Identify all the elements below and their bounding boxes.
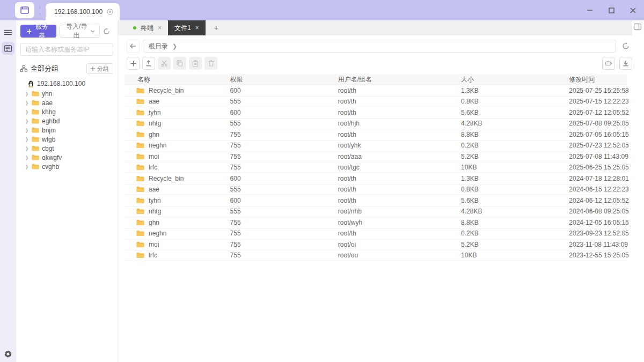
tree-folder-label: okwgfv	[42, 154, 62, 161]
chevron-right-icon[interactable]: ❯	[25, 109, 29, 115]
table-row[interactable]: tyhn 600 root/th 5.6KB 2025-07-12 12:05:…	[125, 107, 627, 119]
table-row[interactable]: lrfc 755 root/ou 10KB 2023-12-55 15:25:0…	[125, 250, 627, 262]
file-table-header: 名称 权限 用户名/组名 大小 修改时间	[125, 74, 627, 85]
folder-icon	[136, 186, 144, 193]
upload-button[interactable]	[142, 57, 155, 70]
new-tab-button[interactable]: +	[206, 20, 227, 35]
import-export-button[interactable]: 导入/导出	[60, 25, 100, 38]
close-icon[interactable]	[629, 6, 636, 14]
folder-icon	[136, 87, 144, 94]
tree-folder-item[interactable]: ❯ cvghb	[20, 162, 118, 171]
tree-folder-item[interactable]: ❯ aae	[20, 98, 118, 107]
transfer-list-button[interactable]	[602, 57, 615, 70]
file-mtime: 2025-07-12 12:05:52	[569, 109, 627, 116]
file-size: 1.3KB	[461, 175, 569, 182]
minimize-icon[interactable]	[586, 6, 594, 14]
maximize-icon[interactable]	[608, 6, 615, 14]
chevron-right-icon[interactable]: ❯	[25, 164, 29, 169]
table-row[interactable]: neghn 755 root/yhk 0.2KB 2025-07-23 12:5…	[125, 141, 627, 152]
chevron-right-icon[interactable]: ❯	[25, 137, 29, 142]
tab-file[interactable]: 文件1 ×	[168, 20, 206, 35]
table-row[interactable]: moi 755 root/aaa 5.2KB 2025-07-08 11:43:…	[125, 151, 627, 162]
file-size: 5.6KB	[461, 197, 569, 204]
session-list-icon[interactable]	[2, 26, 14, 39]
session-tab-close-icon[interactable]	[107, 9, 113, 15]
add-server-button[interactable]: 服务器	[20, 25, 56, 38]
tab-terminal[interactable]: 终端 ×	[127, 20, 168, 35]
settings-gear-icon[interactable]	[0, 350, 16, 358]
tab-close-icon[interactable]: ×	[195, 24, 199, 32]
tree-folder-item[interactable]: ❯ cbgt	[20, 144, 118, 153]
table-row[interactable]: lrfc 755 root/tgc 10KB 2025-06-25 15:25:…	[125, 162, 627, 174]
table-row[interactable]: moi 755 root/oi 5.2KB 2023-11-08 11:43:0…	[125, 239, 627, 250]
file-owner: root/th	[338, 186, 461, 193]
main-panel: 终端 × 文件1 × + 根目录 ❯	[118, 20, 644, 362]
table-row[interactable]: neghn 755 root/th 0.2KB 2023-09-23 12:52…	[125, 228, 627, 240]
folder-icon	[32, 127, 39, 133]
col-header-user[interactable]: 用户名/组名	[338, 75, 461, 84]
add-group-button[interactable]: 分组	[86, 63, 113, 74]
folder-icon	[32, 164, 39, 169]
file-owner: root/oi	[338, 241, 461, 248]
tree-folder-item[interactable]: ❯ yhn	[20, 89, 118, 98]
col-header-size[interactable]: 大小	[461, 75, 569, 84]
col-header-name[interactable]: 名称	[125, 75, 230, 84]
tree-folder-item[interactable]: ❯ bnjm	[20, 125, 118, 135]
path-bar: 根目录 ❯	[127, 40, 632, 53]
file-permission: 755	[230, 241, 338, 248]
file-owner: root/aaa	[338, 153, 461, 160]
chevron-right-icon[interactable]: ❯	[25, 128, 29, 133]
file-owner: root/wyh	[338, 219, 461, 226]
file-size: 5.6KB	[461, 109, 569, 116]
col-header-time[interactable]: 修改时间	[569, 75, 627, 84]
file-name: moi	[149, 241, 159, 248]
folder-icon	[32, 109, 39, 115]
table-row[interactable]: ghn 755 root/th 8.8KB 2025-07-05 16:05:1…	[125, 129, 627, 141]
file-name: nhtg	[149, 120, 161, 127]
table-row[interactable]: aae 555 root/th 0.8KB 2024-06-15 12:22:2…	[125, 184, 627, 196]
tab-close-icon[interactable]: ×	[158, 24, 162, 32]
download-button[interactable]	[619, 57, 632, 70]
table-row[interactable]: nhtg 555 root/hjh 4.28KB 2025-07-08 09:2…	[125, 119, 627, 130]
groups-label: 全部分组	[31, 64, 58, 73]
tree-folder-label: cbgt	[42, 145, 54, 152]
breadcrumb-root[interactable]: 根目录	[149, 42, 168, 51]
breadcrumb[interactable]: 根目录 ❯	[143, 40, 616, 53]
tree-folder-item[interactable]: ❯ eghbd	[20, 116, 118, 125]
file-size: 5.2KB	[461, 241, 569, 248]
chevron-right-icon[interactable]: ❯	[25, 146, 29, 151]
import-export-label: 导入/导出	[65, 22, 88, 40]
session-tab[interactable]: 192.168.100.100	[46, 3, 120, 20]
folder-icon	[136, 252, 144, 258]
refresh-icon[interactable]	[619, 40, 632, 53]
file-mtime: 2023-11-08 11:43:09	[569, 241, 627, 248]
table-row[interactable]: Recycle_bin 600 root/th 1.3KB 2024-07-18…	[125, 173, 627, 184]
tree-folder-item[interactable]: ❯ wfgb	[20, 135, 118, 144]
back-button[interactable]	[127, 40, 140, 53]
col-header-perm[interactable]: 权限	[230, 75, 338, 84]
file-mtime: 2025-07-23 12:52:05	[569, 142, 627, 149]
chevron-right-icon[interactable]: ❯	[25, 91, 29, 97]
server-search-input[interactable]	[25, 46, 108, 53]
window-controls	[586, 0, 636, 20]
panel-toggle-icon[interactable]	[633, 23, 642, 31]
tree-folder-item[interactable]: ❯ khhg	[20, 107, 118, 116]
tree-folder-item[interactable]: ❯ okwgfv	[20, 153, 118, 162]
sync-icon[interactable]	[103, 28, 110, 35]
chevron-right-icon[interactable]: ❯	[25, 155, 29, 160]
new-folder-button[interactable]	[127, 57, 140, 70]
tree-host-item[interactable]: 192.168.100.100	[20, 78, 118, 89]
chevron-right-icon[interactable]: ❯	[25, 119, 29, 124]
file-name: tyhn	[149, 197, 161, 204]
folder-icon	[136, 109, 144, 116]
table-row[interactable]: tyhn 600 root/th 5.6KB 2024-06-12 12:05:…	[125, 195, 627, 206]
chevron-right-icon[interactable]: ❯	[25, 100, 29, 106]
table-row[interactable]: ghn 755 root/wyh 8.8KB 2024-12-05 16:05:…	[125, 217, 627, 228]
table-row[interactable]: Recycle_bin 600 root/th 1.3KB 2025-07-25…	[125, 85, 627, 97]
app-home-tab[interactable]	[15, 2, 34, 18]
folder-icon	[136, 164, 144, 171]
table-row[interactable]: aae 555 root/th 0.8KB 2025-07-15 12:22:2…	[125, 97, 627, 108]
server-manager-icon[interactable]	[2, 42, 14, 55]
table-row[interactable]: nhtg 555 root/nhb 4.28KB 2024-06-08 09:2…	[125, 206, 627, 218]
file-permission: 555	[230, 98, 338, 105]
